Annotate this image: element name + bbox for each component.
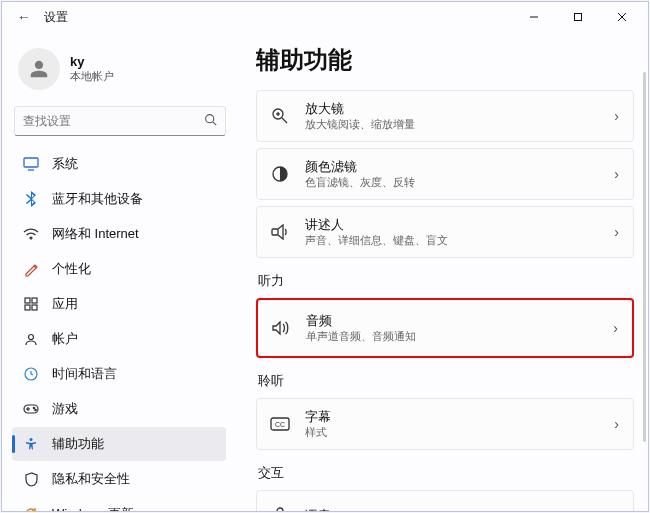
sidebar-item-label: 时间和语言 — [52, 365, 117, 383]
sidebar-item-system[interactable]: 系统 — [12, 147, 226, 181]
svg-text:CC: CC — [275, 421, 285, 428]
svg-line-5 — [213, 122, 216, 125]
svg-rect-10 — [32, 298, 37, 303]
svg-point-8 — [30, 237, 32, 239]
sidebar-item-label: Windows 更新 — [52, 505, 134, 511]
card-speech[interactable]: 语音 › — [256, 490, 634, 511]
privacy-icon — [22, 470, 40, 488]
sidebar-item-accounts[interactable]: 帐户 — [12, 322, 226, 356]
magnifier-icon — [269, 105, 291, 127]
card-narrator[interactable]: 讲述人 声音、详细信息、键盘、盲文 › — [256, 206, 634, 258]
system-icon — [22, 155, 40, 173]
sidebar-item-label: 应用 — [52, 295, 78, 313]
svg-rect-11 — [25, 305, 30, 310]
sidebar-item-update[interactable]: Windows 更新 — [12, 497, 226, 511]
sidebar-item-label: 帐户 — [52, 330, 78, 348]
sidebar-item-label: 蓝牙和其他设备 — [52, 190, 143, 208]
sidebar-item-label: 辅助功能 — [52, 435, 104, 453]
card-title: 讲述人 — [305, 217, 614, 233]
time-icon — [22, 365, 40, 383]
card-audio[interactable]: 音频 单声道音频、音频通知 › — [256, 298, 634, 358]
minimize-button[interactable] — [512, 3, 556, 31]
sidebar-item-label: 系统 — [52, 155, 78, 173]
sidebar-item-label: 网络和 Internet — [52, 225, 139, 243]
svg-rect-6 — [24, 158, 38, 167]
card-sub: 样式 — [305, 426, 614, 439]
scrollbar[interactable] — [643, 72, 646, 442]
close-button[interactable] — [600, 3, 644, 31]
user-block[interactable]: ky 本地帐户 — [10, 42, 230, 100]
card-sub: 声音、详细信息、键盘、盲文 — [305, 234, 614, 247]
svg-point-20 — [30, 438, 33, 441]
maximize-button[interactable] — [556, 3, 600, 31]
svg-point-18 — [33, 407, 34, 408]
accessibility-icon — [22, 435, 40, 453]
color-filters-icon — [269, 163, 291, 185]
sidebar-item-gaming[interactable]: 游戏 — [12, 392, 226, 426]
captions-icon: CC — [269, 413, 291, 435]
speech-icon — [269, 505, 291, 511]
network-icon — [22, 225, 40, 243]
svg-point-4 — [206, 115, 214, 123]
search-input[interactable] — [23, 114, 204, 128]
card-title: 字幕 — [305, 409, 614, 425]
personalization-icon — [22, 260, 40, 278]
card-color-filters[interactable]: 颜色滤镜 色盲滤镜、灰度、反转 › — [256, 148, 634, 200]
svg-rect-1 — [575, 14, 582, 21]
back-button[interactable]: ← — [12, 9, 36, 25]
svg-rect-12 — [32, 305, 37, 310]
card-title: 语音 — [305, 508, 614, 511]
chevron-right-icon: › — [614, 416, 619, 432]
window-title: 设置 — [44, 9, 68, 26]
sidebar-item-label: 游戏 — [52, 400, 78, 418]
gaming-icon — [22, 400, 40, 418]
update-icon — [22, 505, 40, 511]
user-name: ky — [70, 54, 114, 69]
user-sub: 本地帐户 — [70, 69, 114, 84]
svg-rect-26 — [272, 229, 278, 235]
svg-point-13 — [29, 335, 34, 340]
section-captions: 聆听 — [258, 372, 634, 390]
chevron-right-icon: › — [613, 320, 618, 336]
chevron-right-icon: › — [614, 508, 619, 511]
avatar — [18, 48, 60, 90]
card-magnifier[interactable]: 放大镜 放大镜阅读、缩放增量 › — [256, 90, 634, 142]
search-icon — [204, 113, 217, 129]
sidebar-item-personalization[interactable]: 个性化 — [12, 252, 226, 286]
sidebar-item-network[interactable]: 网络和 Internet — [12, 217, 226, 251]
card-title: 放大镜 — [305, 101, 614, 117]
main: 辅助功能 放大镜 放大镜阅读、缩放增量 › 颜色滤镜 色盲滤镜、灰度、反转 — [238, 32, 648, 511]
sidebar-item-time[interactable]: 时间和语言 — [12, 357, 226, 391]
svg-point-19 — [35, 409, 36, 410]
search-box[interactable] — [14, 106, 226, 136]
section-interaction: 交互 — [258, 464, 634, 482]
sidebar-item-privacy[interactable]: 隐私和安全性 — [12, 462, 226, 496]
chevron-right-icon: › — [614, 108, 619, 124]
bluetooth-icon — [22, 190, 40, 208]
accounts-icon — [22, 330, 40, 348]
narrator-icon — [269, 221, 291, 243]
chevron-right-icon: › — [614, 166, 619, 182]
card-sub: 放大镜阅读、缩放增量 — [305, 118, 614, 131]
page-title: 辅助功能 — [256, 44, 634, 76]
audio-icon — [270, 317, 292, 339]
titlebar: ← 设置 — [2, 2, 648, 32]
svg-rect-29 — [277, 508, 283, 511]
sidebar-item-bluetooth[interactable]: 蓝牙和其他设备 — [12, 182, 226, 216]
card-sub: 单声道音频、音频通知 — [306, 330, 613, 343]
sidebar: ky 本地帐户 系统 蓝牙和其他设备 — [2, 32, 238, 511]
section-hearing: 听力 — [258, 272, 634, 290]
sidebar-item-apps[interactable]: 应用 — [12, 287, 226, 321]
apps-icon — [22, 295, 40, 313]
chevron-right-icon: › — [614, 224, 619, 240]
card-captions[interactable]: CC 字幕 样式 › — [256, 398, 634, 450]
sidebar-item-accessibility[interactable]: 辅助功能 — [12, 427, 226, 461]
svg-rect-9 — [25, 298, 30, 303]
sidebar-item-label: 隐私和安全性 — [52, 470, 130, 488]
sidebar-item-label: 个性化 — [52, 260, 91, 278]
card-title: 音频 — [306, 313, 613, 329]
card-title: 颜色滤镜 — [305, 159, 614, 175]
svg-line-22 — [282, 118, 287, 123]
card-sub: 色盲滤镜、灰度、反转 — [305, 176, 614, 189]
nav: 系统 蓝牙和其他设备 网络和 Internet 个性化 应用 — [10, 146, 230, 511]
